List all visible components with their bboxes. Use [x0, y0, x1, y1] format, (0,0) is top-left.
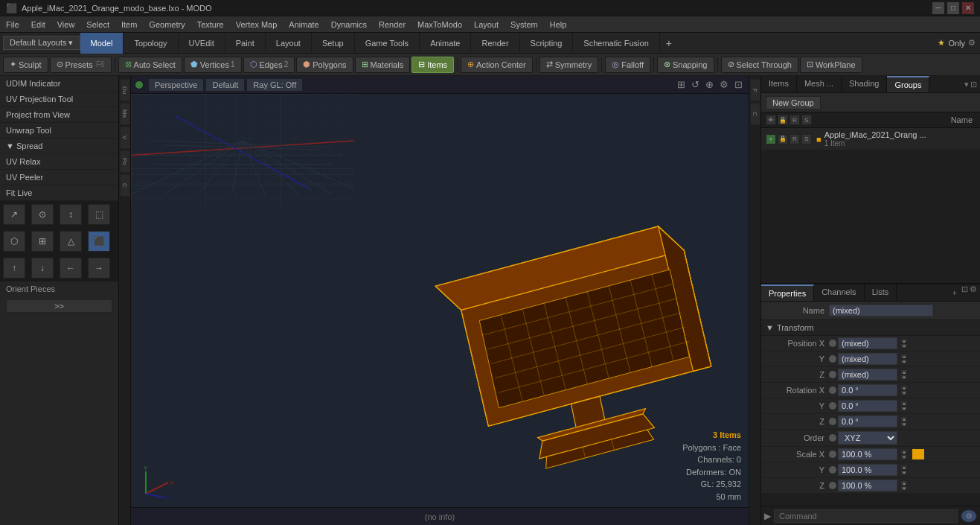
row-icon-lock[interactable]: 🔒 [778, 134, 788, 144]
menu-system[interactable]: System [505, 19, 544, 31]
prop-settings-icon[interactable]: ⚙ [970, 284, 977, 301]
col-icon-lock[interactable]: 🔒 [778, 115, 788, 125]
rot-x-up-arrow[interactable]: ▲ [900, 385, 908, 390]
order-dot[interactable] [829, 434, 836, 442]
position-y-input[interactable] [838, 353, 897, 365]
tab-render[interactable]: Render [471, 33, 519, 54]
settings-icon[interactable]: ⚙ [968, 38, 976, 48]
tab-paint[interactable]: Paint [225, 33, 266, 54]
scale-x-color[interactable] [912, 449, 924, 459]
tool-icon-up[interactable]: ↑ [3, 258, 25, 279]
menu-help[interactable]: Help [544, 19, 573, 31]
scale-x-dot[interactable] [829, 451, 836, 458]
rotation-z-dot[interactable] [829, 418, 836, 425]
menu-select[interactable]: Select [80, 19, 115, 31]
snapping-tool[interactable]: ⊛ Snapping [657, 57, 714, 73]
rotation-z-input[interactable] [838, 416, 897, 427]
udim-indicator[interactable]: UDIM Indicator [0, 76, 118, 92]
command-input[interactable] [774, 509, 958, 523]
command-run-btn[interactable]: ⊙ [961, 509, 977, 523]
menu-file[interactable]: File [0, 19, 25, 31]
pos-z-down-arrow[interactable]: ▼ [900, 375, 908, 380]
position-x-input[interactable] [838, 337, 897, 349]
tool-icon-down[interactable]: ↓ [31, 258, 54, 279]
strip-right-btn-1[interactable]: F [750, 79, 760, 101]
tab-shading[interactable]: Shading [842, 76, 887, 92]
more-button[interactable]: >> [6, 299, 112, 313]
pos-x-up-arrow[interactable]: ▲ [900, 338, 908, 343]
viewport-icon-settings[interactable]: ⚙ [718, 79, 730, 90]
menu-maxtomode[interactable]: MaxToModo [411, 19, 468, 31]
auto-select-tool[interactable]: ⊠ Auto Select [118, 57, 182, 73]
position-y-dot[interactable] [829, 355, 836, 363]
edges-tool[interactable]: ⬡ Edges 2 [243, 57, 295, 73]
pos-y-down-arrow[interactable]: ▼ [900, 359, 908, 364]
vertices-tool[interactable]: ⬟ Vertices 1 [184, 57, 242, 73]
rotation-y-dot[interactable] [829, 402, 836, 410]
rot-x-down-arrow[interactable]: ▼ [900, 390, 908, 395]
pos-z-up-arrow[interactable]: ▲ [900, 369, 908, 375]
presets-tool[interactable]: ⊙ Presets F6 [50, 57, 112, 73]
tab-groups[interactable]: Groups [887, 76, 929, 92]
position-z-input[interactable] [838, 369, 897, 381]
workplane-tool[interactable]: ⊡ WorkPlane [800, 57, 862, 73]
menu-edit[interactable]: Edit [25, 19, 51, 31]
col-icon-render[interactable]: R [790, 115, 800, 125]
strip-right-btn-2[interactable]: C [750, 103, 760, 125]
position-x-dot[interactable] [829, 340, 836, 347]
scale-y-input[interactable] [838, 464, 897, 476]
tab-game-tools[interactable]: Game Tools [355, 33, 420, 54]
polygons-tool[interactable]: ⬢ Polygons [296, 57, 353, 73]
strip-btn-po[interactable]: Po [120, 150, 130, 173]
strip-btn-v[interactable]: V [120, 127, 130, 149]
menu-geometry[interactable]: Geometry [143, 19, 190, 31]
tool-icon-rotate[interactable]: ⊙ [31, 204, 54, 225]
tool-icon-move[interactable]: ↗ [3, 204, 25, 225]
rot-z-down-arrow[interactable]: ▼ [900, 421, 908, 427]
tool-icon-right[interactable]: → [88, 258, 110, 279]
rotation-x-dot[interactable] [829, 386, 836, 394]
action-center-tool[interactable]: ⊕ Action Center [461, 57, 533, 73]
pos-y-up-arrow[interactable]: ▲ [900, 354, 908, 359]
scl-x-up-arrow[interactable]: ▲ [900, 449, 908, 454]
tab-scripting[interactable]: Scripting [520, 33, 574, 54]
tab-properties[interactable]: Properties [761, 284, 814, 301]
row-icon-eye[interactable]: ● [766, 134, 776, 144]
prop-expand-icon[interactable]: ⊡ [961, 284, 968, 301]
row-icon-sel[interactable]: S [801, 134, 812, 144]
scale-y-dot[interactable] [829, 466, 836, 474]
tab-lists[interactable]: Lists [865, 284, 897, 301]
scl-z-down-arrow[interactable]: ▼ [900, 486, 908, 491]
position-z-dot[interactable] [829, 371, 836, 378]
tab-add-btn[interactable]: + [660, 34, 678, 52]
materials-tool[interactable]: ⊞ Materials [355, 57, 411, 73]
uv-projection-tool[interactable]: UV Projection Tool [0, 92, 118, 107]
menu-animate[interactable]: Animate [283, 19, 324, 31]
viewport-icon-expand[interactable]: ⊡ [733, 79, 744, 90]
tab-layout[interactable]: Layout [266, 33, 312, 54]
symmetry-tool[interactable]: ⇄ Symmetry [539, 57, 599, 73]
ray-gl-button[interactable]: Ray GL: Off [247, 79, 302, 91]
uv-peeler-tool[interactable]: UV Peeler [0, 170, 118, 185]
tab-model[interactable]: Model [80, 33, 124, 54]
menu-view[interactable]: View [51, 19, 81, 31]
strip-btn-me[interactable]: Me [120, 103, 130, 125]
tool-icon-active[interactable]: ⬛ [88, 231, 110, 252]
tab-topology[interactable]: Topology [124, 33, 178, 54]
viewport-icon-grid[interactable]: ⊞ [676, 79, 687, 90]
scale-z-input[interactable] [838, 480, 897, 491]
strip-btn-c[interactable]: C [120, 174, 130, 197]
menu-dynamics[interactable]: Dynamics [325, 19, 373, 31]
select-through-tool[interactable]: ⊘ Select Through [721, 57, 798, 73]
tab-setup[interactable]: Setup [312, 33, 355, 54]
tool-icon-left[interactable]: ← [60, 258, 82, 279]
scl-y-down-arrow[interactable]: ▼ [900, 470, 908, 475]
restore-btn[interactable]: □ [947, 2, 959, 14]
tab-animate[interactable]: Animate [420, 33, 471, 54]
tool-icon-scale[interactable]: ↕ [60, 204, 82, 225]
menu-layout[interactable]: Layout [468, 19, 505, 31]
scale-z-dot[interactable] [829, 482, 836, 489]
rotation-x-input[interactable] [838, 384, 897, 396]
viewport-canvas[interactable]: 3 Items Polygons : Face Channels: 0 Defo… [131, 94, 749, 525]
menu-render[interactable]: Render [373, 19, 411, 31]
